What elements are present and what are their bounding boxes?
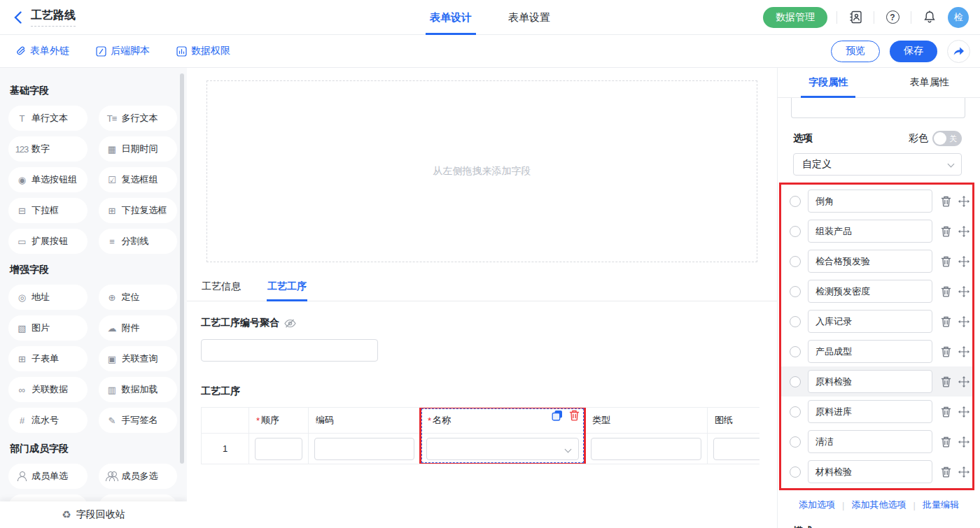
- field-pill-single-line-text[interactable]: T单行文本: [8, 106, 88, 131]
- backend-script-link[interactable]: 后端脚本: [96, 45, 150, 57]
- radio-icon[interactable]: [790, 466, 801, 478]
- option-input[interactable]: [808, 430, 932, 453]
- field-pill-member-single[interactable]: 成员单选: [8, 464, 88, 489]
- preview-button[interactable]: 预览: [831, 41, 880, 62]
- field-pill-linked-query[interactable]: ▣关联查询: [99, 346, 178, 371]
- action-link-1[interactable]: 添加其他选项: [852, 499, 906, 511]
- avatar[interactable]: 检: [948, 7, 969, 28]
- field-pill-location[interactable]: ⊕定位: [99, 285, 178, 310]
- radio-icon[interactable]: [790, 376, 801, 387]
- option-input[interactable]: [808, 370, 932, 393]
- option-input[interactable]: [808, 310, 932, 333]
- copy-column-button[interactable]: [552, 410, 563, 421]
- data-manage-button[interactable]: 数据管理: [763, 7, 827, 28]
- field-pill-number[interactable]: 123数字: [8, 136, 88, 162]
- delete-option-button[interactable]: [941, 196, 951, 207]
- field-pill-linked-data[interactable]: ∞关联数据: [8, 377, 88, 402]
- option-source-select[interactable]: 自定义: [793, 153, 962, 176]
- option-input[interactable]: [808, 280, 932, 303]
- drag-option-handle[interactable]: [958, 286, 969, 297]
- radio-icon[interactable]: [790, 316, 801, 327]
- option-input[interactable]: [808, 460, 932, 483]
- delete-option-button[interactable]: [941, 316, 951, 327]
- share-button[interactable]: [947, 40, 970, 63]
- sidebar-scrollbar[interactable]: [180, 73, 184, 464]
- cell-input-顺序[interactable]: [255, 438, 302, 460]
- action-link-0[interactable]: 添加选项: [799, 499, 835, 511]
- radio-icon[interactable]: [790, 256, 801, 267]
- field-pill-subform[interactable]: ⊞子表单: [8, 346, 88, 371]
- action-link-2[interactable]: 批量编辑: [923, 499, 959, 511]
- page-title[interactable]: 工艺路线: [31, 8, 76, 27]
- delete-column-button[interactable]: [569, 410, 580, 421]
- drop-zone[interactable]: 从左侧拖拽来添加字段: [206, 80, 757, 262]
- tab-field-properties[interactable]: 字段属性: [778, 68, 879, 97]
- radio-icon[interactable]: [790, 346, 801, 357]
- name-select[interactable]: [426, 438, 579, 460]
- drag-option-handle[interactable]: [958, 376, 969, 387]
- drag-option-handle[interactable]: [958, 346, 969, 357]
- delete-option-button[interactable]: [941, 256, 951, 267]
- field-pill-datetime[interactable]: ▦日期时间: [99, 136, 178, 162]
- drag-option-handle[interactable]: [958, 196, 969, 207]
- delete-option-button[interactable]: [941, 286, 951, 297]
- option-input[interactable]: [808, 400, 932, 423]
- drag-option-handle[interactable]: [958, 226, 969, 237]
- delete-option-button[interactable]: [941, 436, 951, 448]
- cell-input-图纸[interactable]: [713, 438, 760, 460]
- field-recycle-bin[interactable]: ♻ 字段回收站: [0, 501, 187, 528]
- field-pill-image[interactable]: ▧图片: [8, 315, 88, 341]
- field-pill-signature[interactable]: ✎手写签名: [99, 408, 178, 433]
- delete-option-button[interactable]: [941, 226, 951, 237]
- data-permission-link[interactable]: 数据权限: [176, 45, 230, 57]
- field-pill-attachment[interactable]: ☁附件: [99, 315, 178, 341]
- agg-field-input[interactable]: [201, 339, 378, 362]
- help-icon[interactable]: ?: [883, 8, 902, 27]
- field-pill-multi-select[interactable]: ⊞下拉复选框: [99, 198, 178, 223]
- field-pill-divider[interactable]: ≡分割线: [99, 229, 178, 254]
- divider: [874, 11, 874, 24]
- cell-input-类型[interactable]: [591, 438, 701, 460]
- field-title-input-partial[interactable]: [791, 98, 965, 118]
- tab-form-settings[interactable]: 表单设置: [508, 0, 550, 35]
- field-pill-data-load[interactable]: ▥数据加载: [99, 377, 178, 402]
- radio-icon[interactable]: [790, 226, 801, 237]
- drag-option-handle[interactable]: [958, 256, 969, 267]
- drag-option-handle[interactable]: [958, 316, 969, 327]
- field-pill-checkbox-group[interactable]: ☑复选框组: [99, 167, 178, 192]
- form-external-link[interactable]: 表单外链: [15, 45, 69, 57]
- field-pill-member-multi[interactable]: 成员多选: [99, 464, 178, 489]
- tab-process-steps[interactable]: 工艺工序: [267, 280, 307, 301]
- radio-icon[interactable]: [790, 196, 801, 207]
- field-pill-address[interactable]: ◎地址: [8, 285, 88, 310]
- tab-form-design[interactable]: 表单设计: [430, 0, 472, 35]
- notification-bell-icon[interactable]: [920, 8, 939, 27]
- option-input[interactable]: [808, 340, 932, 363]
- delete-option-button[interactable]: [941, 406, 951, 418]
- tab-process-info[interactable]: 工艺信息: [201, 280, 241, 301]
- option-input[interactable]: [808, 220, 932, 243]
- drag-option-handle[interactable]: [958, 406, 969, 418]
- delete-option-button[interactable]: [941, 376, 951, 387]
- field-pill-radio-group[interactable]: ◉单选按钮组: [8, 167, 88, 192]
- drag-option-handle[interactable]: [958, 466, 969, 478]
- radio-icon[interactable]: [790, 406, 801, 418]
- field-pill-serial-number[interactable]: #流水号: [8, 408, 88, 433]
- tab-form-properties[interactable]: 表单属性: [879, 68, 980, 97]
- delete-option-button[interactable]: [941, 346, 951, 357]
- option-input[interactable]: [808, 250, 932, 273]
- cell-input-编码[interactable]: [314, 438, 414, 460]
- radio-icon[interactable]: [790, 286, 801, 297]
- drag-option-handle[interactable]: [958, 436, 969, 448]
- agg-field[interactable]: 工艺工序编号聚合: [201, 317, 777, 329]
- field-pill-extend-button[interactable]: ▭扩展按钮: [8, 229, 88, 254]
- color-toggle[interactable]: 关: [932, 131, 962, 146]
- contact-book-icon[interactable]: [846, 8, 864, 27]
- save-button[interactable]: 保存: [890, 41, 937, 62]
- field-pill-multi-line-text[interactable]: T≡多行文本: [99, 106, 178, 131]
- back-button[interactable]: [14, 11, 22, 24]
- option-input[interactable]: [808, 190, 932, 213]
- radio-icon[interactable]: [790, 436, 801, 448]
- field-pill-select[interactable]: ⊟下拉框: [8, 198, 88, 223]
- delete-option-button[interactable]: [941, 466, 951, 478]
